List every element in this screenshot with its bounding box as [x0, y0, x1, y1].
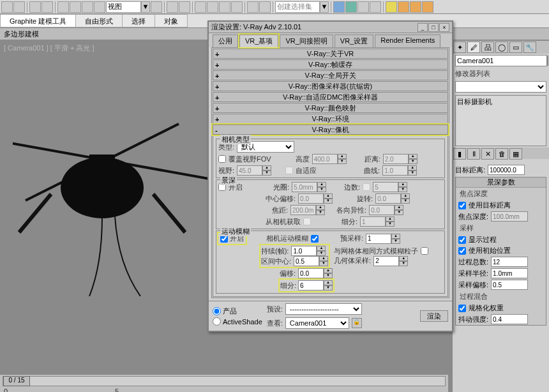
- layer-icon[interactable]: [333, 1, 345, 13]
- dither-field[interactable]: [491, 314, 528, 324]
- passes-field[interactable]: [491, 257, 528, 267]
- sides-check: [363, 183, 370, 191]
- sample-radius-field[interactable]: [491, 268, 528, 278]
- tab-vray-base[interactable]: VR_基项: [239, 34, 278, 47]
- select-icon[interactable]: [57, 1, 69, 13]
- teapot-quick-icon[interactable]: [422, 1, 433, 13]
- pin-stack-icon[interactable]: ▮: [453, 148, 466, 160]
- object-name-field[interactable]: [455, 55, 547, 66]
- center-icon[interactable]: [179, 1, 190, 13]
- teapot-render-icon[interactable]: [410, 1, 421, 13]
- rotate-icon[interactable]: [82, 1, 93, 13]
- hierarchy-tab-icon[interactable]: 品: [481, 41, 494, 53]
- rollout-dmc[interactable]: +V-Ray::自适应DMC图像采样器: [213, 92, 448, 102]
- mesh-particle-check[interactable]: [421, 247, 428, 255]
- redo-icon[interactable]: [13, 1, 25, 13]
- modifier-dropdown[interactable]: [455, 81, 546, 93]
- modify-tab-icon[interactable]: 🖉: [467, 41, 480, 53]
- fov-field: [237, 165, 262, 176]
- snap3d-icon[interactable]: [195, 1, 206, 13]
- utility-tab-icon[interactable]: 🔧: [523, 41, 536, 53]
- cam-moblur-check[interactable]: [311, 235, 319, 243]
- object-color-swatch[interactable]: [547, 56, 548, 66]
- time-slider-track[interactable]: 0 / 15: [3, 376, 446, 386]
- maximize-icon[interactable]: □: [428, 23, 439, 32]
- snap-icon[interactable]: [151, 1, 162, 13]
- geom-field[interactable]: [373, 256, 399, 266]
- tab-select[interactable]: 选择: [122, 14, 155, 27]
- config-icon[interactable]: ▦: [509, 148, 522, 160]
- unlink-icon[interactable]: [41, 1, 53, 13]
- override-fov-check[interactable]: [218, 155, 226, 163]
- undo-icon[interactable]: [1, 1, 13, 13]
- link-icon[interactable]: [29, 1, 41, 13]
- prepass-field[interactable]: [366, 234, 391, 244]
- time-slider-thumb[interactable]: 0 / 15: [3, 376, 30, 386]
- pctsnap-icon[interactable]: [219, 1, 230, 13]
- create-tab-icon[interactable]: ✦: [453, 41, 466, 53]
- sample-bias-field[interactable]: [491, 280, 528, 290]
- render-button[interactable]: 渲染: [420, 310, 448, 322]
- rollout-about[interactable]: +V-Ray::关于VR: [213, 49, 448, 59]
- minimize-icon[interactable]: _: [417, 23, 428, 32]
- dist-field: [383, 154, 409, 164]
- align-icon[interactable]: [259, 1, 271, 13]
- tab-common[interactable]: 公用: [213, 34, 238, 47]
- display-tab-icon[interactable]: ▭: [509, 41, 522, 53]
- rollout-camera-body: 相机类型 类型: 默认 覆盖视野FOV 高度 ▲▼ 距离: ▲▼ 视野:: [213, 135, 448, 297]
- material-icon[interactable]: [370, 1, 381, 13]
- motion-tab-icon[interactable]: ◯: [495, 41, 508, 53]
- use-target-check[interactable]: [458, 202, 466, 209]
- view-select[interactable]: Camera001: [285, 317, 349, 329]
- modifier-item[interactable]: 目标摄影机: [457, 97, 545, 107]
- dialog-titlebar[interactable]: 渲染设置: V-Ray Adv 2.10.01 _ □ ×: [209, 22, 452, 33]
- transform-icon[interactable]: [167, 1, 178, 13]
- height-field: [312, 154, 338, 164]
- tab-object[interactable]: 对象: [154, 14, 188, 27]
- moblur-group: 运动模糊 开启 相机运动模糊 预采样: ▲▼: [216, 230, 445, 294]
- scale-icon[interactable]: [94, 1, 105, 13]
- spinnersnap-icon[interactable]: [231, 1, 243, 13]
- close-icon[interactable]: ×: [439, 23, 449, 32]
- tab-graphite[interactable]: Graphite 建模工具: [0, 14, 76, 27]
- show-end-icon[interactable]: Ⅱ: [467, 148, 480, 160]
- schematic-icon[interactable]: [357, 1, 369, 13]
- intcenter-field[interactable]: [294, 256, 319, 266]
- render-setup-icon[interactable]: [386, 1, 397, 13]
- moblur-bias-field[interactable]: [298, 268, 324, 278]
- preset-select[interactable]: ---------------------: [285, 303, 362, 315]
- modlist-label: 修改器列表: [453, 68, 549, 80]
- move-icon[interactable]: [70, 1, 81, 13]
- coord-dropdown[interactable]: ▼: [106, 1, 150, 13]
- use-init-check[interactable]: [458, 247, 466, 255]
- tab-vray-gi[interactable]: VR_间接照明: [280, 34, 333, 47]
- rollout-global[interactable]: +V-Ray::全局开关: [213, 70, 448, 80]
- adaptive-check: [285, 167, 293, 174]
- show-pass-check[interactable]: [458, 236, 466, 244]
- aperture-field: [292, 182, 317, 192]
- tab-vray-settings[interactable]: VR_设置: [335, 34, 373, 47]
- rollout-env[interactable]: +V-Ray::环境: [213, 114, 448, 124]
- rollout-framebuffer[interactable]: +V-Ray::帧缓存: [213, 59, 448, 70]
- remove-mod-icon[interactable]: 🗑: [495, 148, 508, 160]
- mirror-icon[interactable]: [247, 1, 259, 13]
- moblur-subdiv-field[interactable]: [298, 280, 324, 290]
- duration-field[interactable]: [291, 246, 317, 256]
- activeshade-radio[interactable]: [213, 317, 221, 326]
- lock-view-icon[interactable]: 🔒: [352, 318, 362, 328]
- render-frame-icon[interactable]: [398, 1, 409, 13]
- anglesnap-icon[interactable]: [207, 1, 218, 13]
- rollout-sampler[interactable]: +V-Ray::图像采样器(抗锯齿): [213, 81, 448, 91]
- tab-freeform[interactable]: 自由形式: [75, 14, 123, 27]
- unique-icon[interactable]: ✕: [481, 148, 494, 160]
- product-radio[interactable]: [213, 307, 221, 315]
- rollout-camera[interactable]: -V-Ray::像机: [213, 124, 448, 135]
- target-dist-field[interactable]: [488, 165, 525, 175]
- curve-editor-icon[interactable]: [345, 1, 357, 13]
- named-selection-dropdown[interactable]: ▼: [275, 1, 329, 13]
- tab-render-elements[interactable]: Render Elements: [375, 34, 440, 47]
- normalize-check[interactable]: [458, 305, 466, 312]
- modifier-stack[interactable]: 目标摄影机: [455, 95, 546, 146]
- dof-params-group: 景深参数 焦点深度 使用目标距离 焦点深度: 采样 显示过程 使用初始位置 过程…: [455, 177, 546, 326]
- rollout-colormap[interactable]: +V-Ray::颜色映射: [213, 103, 448, 113]
